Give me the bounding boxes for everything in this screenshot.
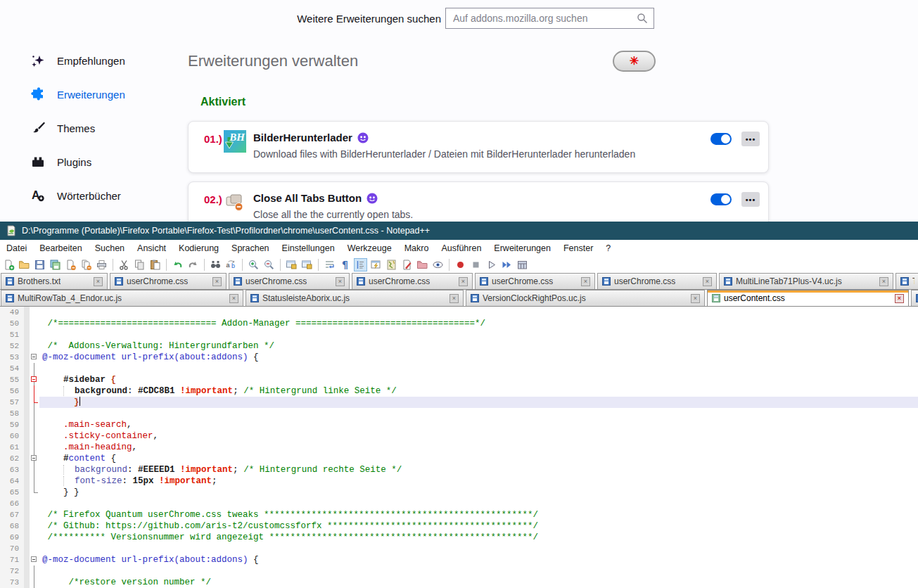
code-text[interactable]: #sidebar {: [39, 374, 918, 385]
code-text[interactable]: [39, 408, 918, 419]
code-text[interactable]: font-size: 15px !important;: [39, 475, 918, 487]
code-line-52[interactable]: 52 /* Addons-Verwaltung: Hintergrundfarb…: [0, 340, 918, 352]
code-line-55[interactable]: 55 #sidebar {: [0, 374, 918, 385]
code-line-64[interactable]: 64 font-size: 15px !important;: [0, 475, 918, 487]
show-all-characters-icon[interactable]: ¶: [338, 258, 352, 271]
close-tab-icon[interactable]: ×: [336, 277, 345, 286]
word-wrap-icon[interactable]: [323, 258, 336, 271]
menu-ansicht[interactable]: Ansicht: [131, 243, 172, 253]
code-text[interactable]: .main-search,: [39, 419, 918, 430]
code-line-59[interactable]: 59 .main-search,: [0, 419, 918, 430]
macro-record-icon[interactable]: [454, 258, 467, 271]
bookmark-margin[interactable]: [24, 453, 30, 464]
bookmark-margin[interactable]: [24, 430, 30, 442]
code-text[interactable]: background: #CDC8B1 !important; /* Hinte…: [39, 385, 918, 397]
tab-brothers.txt[interactable]: Brothers.txt×: [1, 273, 108, 289]
copy-icon[interactable]: [133, 258, 146, 271]
undo-icon[interactable]: [171, 258, 184, 271]
code-line-53[interactable]: 53@-moz-document url-prefix(about:addons…: [0, 352, 918, 363]
sidebar-item-erweiterungen[interactable]: Erweiterungen: [30, 86, 125, 103]
print-icon[interactable]: [95, 258, 108, 271]
fold-margin[interactable]: [30, 554, 39, 565]
indent-guide-icon[interactable]: [354, 258, 367, 271]
code-text[interactable]: [39, 543, 918, 554]
bookmark-margin[interactable]: [24, 385, 30, 397]
fold-margin[interactable]: [30, 532, 39, 543]
extension-more-options-button[interactable]: •••: [741, 132, 760, 146]
fold-margin[interactable]: [30, 509, 39, 520]
function-completion-icon[interactable]: [369, 258, 383, 271]
bookmark-margin[interactable]: [24, 408, 30, 419]
bookmark-margin[interactable]: [24, 565, 30, 577]
fold-margin[interactable]: [30, 397, 39, 408]
tab-userchrome.css[interactable]: userChrome.css×: [475, 273, 595, 289]
fold-margin[interactable]: [30, 464, 39, 475]
code-text[interactable]: @-moz-document url-prefix(about:addons) …: [39, 554, 918, 565]
tab-userchrome.css[interactable]: userChrome.css×: [352, 273, 473, 289]
tab-usercontent.css[interactable]: userContent.css×: [707, 290, 909, 306]
fold-margin[interactable]: [30, 543, 39, 554]
bookmark-margin[interactable]: [24, 520, 30, 532]
tab-versionclockrightpos.uc.js[interactable]: VersionClockRightPos.uc.js×: [466, 290, 705, 306]
tab-statusleisteaborix.uc.js[interactable]: StatusleisteAborix.uc.js×: [246, 290, 464, 306]
bookmark-margin[interactable]: [24, 352, 30, 363]
sidebar-item-empfehlungen[interactable]: Empfehlungen: [30, 52, 125, 69]
close-tab-icon[interactable]: ×: [703, 277, 712, 286]
open-file-icon[interactable]: [18, 258, 31, 271]
code-line-72[interactable]: 72: [0, 565, 918, 577]
bookmark-margin[interactable]: [24, 577, 30, 588]
menu-?[interactable]: ?: [599, 243, 617, 253]
tab-te[interactable]: Te: [895, 273, 918, 289]
menu-datei[interactable]: Datei: [0, 243, 33, 253]
menu-werkzeuge[interactable]: Werkzeuge: [341, 243, 398, 253]
code-text[interactable]: } }: [39, 487, 918, 498]
code-line-61[interactable]: 61 .main-heading,: [0, 442, 918, 453]
fold-margin[interactable]: [30, 475, 39, 487]
code-line-56[interactable]: 56 background: #CDC8B1 !important; /* Hi…: [0, 385, 918, 397]
tab-multirowtab-4-endor.uc.js[interactable]: MultiRowTab_4_Endor.uc.js×: [1, 290, 243, 306]
code-line-71[interactable]: 71@-moz-document url-prefix(about:addons…: [0, 554, 918, 565]
bookmark-margin[interactable]: [24, 509, 30, 520]
tools-for-all-addons-button[interactable]: ✳: [613, 51, 656, 72]
paste-icon[interactable]: [148, 258, 162, 271]
fold-margin[interactable]: [30, 408, 39, 419]
code-text[interactable]: [39, 307, 918, 318]
fold-margin[interactable]: [30, 498, 39, 509]
search-input[interactable]: [445, 8, 654, 29]
extension-card-bilderherunterlader[interactable]: 01.) BH BilderHerunterlader Download fil…: [188, 121, 769, 173]
bookmark-margin[interactable]: [24, 419, 30, 430]
bookmark-margin[interactable]: [24, 532, 30, 543]
extension-enable-toggle[interactable]: [710, 193, 732, 205]
close-all-icon[interactable]: [79, 258, 93, 271]
menu-fenster[interactable]: Fenster: [557, 243, 599, 253]
bookmark-margin[interactable]: [24, 498, 30, 509]
bookmark-margin[interactable]: [24, 329, 30, 340]
fold-margin[interactable]: [30, 374, 39, 385]
macro-save-icon[interactable]: [516, 258, 529, 271]
code-text[interactable]: /* Firefox Quantum userChrome.css tweaks…: [39, 509, 918, 520]
fold-margin[interactable]: [30, 419, 39, 430]
sidebar-item-woerterbuecher[interactable]: A Wörterbücher: [30, 187, 121, 204]
bookmark-margin[interactable]: [24, 442, 30, 453]
bookmark-margin[interactable]: [24, 397, 30, 408]
replace-icon[interactable]: ab: [224, 258, 238, 271]
code-line-54[interactable]: 54: [0, 363, 918, 374]
fold-margin[interactable]: [30, 577, 39, 588]
save-all-icon[interactable]: [49, 258, 62, 271]
fold-margin[interactable]: [30, 520, 39, 532]
fold-margin[interactable]: [30, 487, 39, 498]
code-line-63[interactable]: 63 background: #EEEED1 !important; /* Hi…: [0, 464, 918, 475]
fold-margin[interactable]: [30, 307, 39, 318]
fold-margin[interactable]: [30, 442, 39, 453]
code-line-50[interactable]: 50 /*============================== Addo…: [0, 318, 918, 329]
document-list-icon[interactable]: [400, 258, 414, 271]
fold-margin[interactable]: [30, 385, 39, 397]
code-line-68[interactable]: 68 /* Github: https://github.com/aris-t2…: [0, 520, 918, 532]
close-tab-icon[interactable]: ×: [895, 294, 904, 303]
sync-vertical-icon[interactable]: [285, 258, 298, 271]
bookmark-margin[interactable]: [24, 318, 30, 329]
code-text[interactable]: /********** Versionsnummer wird angezeig…: [39, 532, 918, 543]
code-line-58[interactable]: 58: [0, 408, 918, 419]
extension-enable-toggle[interactable]: [710, 133, 732, 145]
code-line-69[interactable]: 69 /********** Versionsnummer wird angez…: [0, 532, 918, 543]
